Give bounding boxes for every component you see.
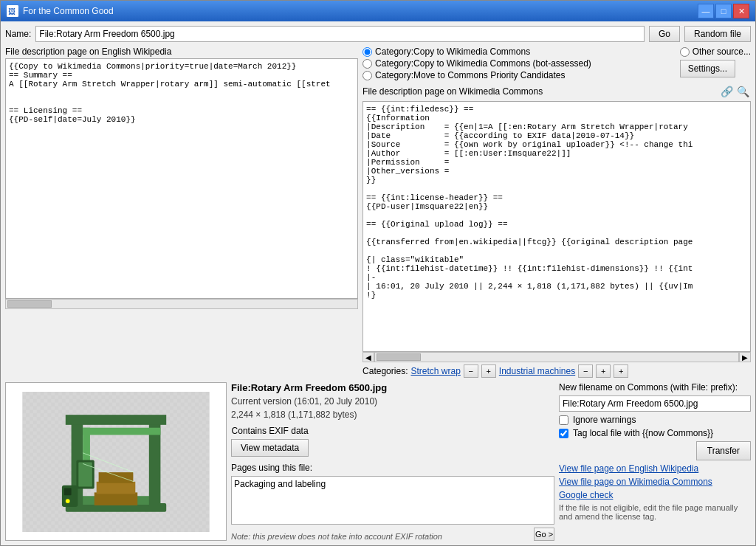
ignore-warnings-checkbox[interactable] <box>559 415 568 425</box>
main-content: Name: Go Random file File description pa… <box>1 21 755 545</box>
svg-rect-22 <box>99 472 134 483</box>
view-english-wikipedia-link[interactable]: View file page on English Wikipedia <box>559 463 751 474</box>
note-text: Note: this preview does not take into ac… <box>231 532 442 541</box>
exif-label: Contains EXIF data <box>232 426 309 436</box>
editors-row: File description page on English Wikiped… <box>5 46 751 378</box>
right-editor-header: File description page on Wikimedia Commo… <box>362 83 751 100</box>
view-metadata-button[interactable]: View metadata <box>231 439 309 457</box>
google-check-link[interactable]: Google check <box>559 490 751 500</box>
left-scrollbar[interactable] <box>5 299 358 309</box>
ignore-warnings-label: Ignore warnings <box>573 415 636 425</box>
svg-rect-20 <box>94 492 137 505</box>
radio-move-commons[interactable]: Category:Move to Commons Priority Candid… <box>362 70 673 80</box>
window-controls: — □ ✕ <box>698 4 749 18</box>
svg-rect-18 <box>64 488 72 495</box>
category-add-new[interactable]: + <box>614 364 628 378</box>
pages-list: Packaging and labeling <box>231 476 554 525</box>
svg-point-19 <box>66 499 70 503</box>
preview-area <box>5 382 227 541</box>
go-button[interactable]: Go <box>649 26 680 42</box>
transfer-button[interactable]: Transfer <box>696 441 751 460</box>
right-bottom-panel: New filename on Commons (with File: pref… <box>559 382 751 541</box>
file-dimensions: 2,244 × 1,818 (1,171,882 bytes) <box>231 410 554 420</box>
radio-copy-commons-label: Category:Copy to Wikimedia Commons <box>375 46 530 57</box>
ignore-warnings-row[interactable]: Ignore warnings <box>559 415 751 425</box>
window-title: For the Common Good <box>23 6 698 16</box>
tag-local-row[interactable]: Tag local file with {{now Commons}} <box>559 428 751 438</box>
minimize-button[interactable]: — <box>698 4 714 18</box>
new-filename-input[interactable] <box>559 395 751 412</box>
current-version: Current version (16:01, 20 July 2010) <box>231 396 554 407</box>
categories-row: Categories: Stretch wrap − + Industrial … <box>362 364 751 378</box>
radio-other-source-label: Other source... <box>693 46 751 57</box>
category-industrial-machines-minus[interactable]: − <box>578 364 593 378</box>
random-file-button[interactable]: Random file <box>684 26 751 42</box>
tag-local-checkbox[interactable] <box>559 429 568 438</box>
left-editor-pane: File description page on English Wikiped… <box>5 46 358 378</box>
category-stretch-wrap-minus[interactable]: − <box>464 364 478 378</box>
exif-section: Contains EXIF data View metadata <box>231 426 309 457</box>
category-stretch-wrap-plus[interactable]: + <box>481 364 496 378</box>
right-editor-label: File description page on Wikimedia Commo… <box>362 86 718 97</box>
category-industrial-machines-plus-1[interactable]: + <box>596 364 611 378</box>
svg-text:🖼: 🖼 <box>8 7 16 15</box>
file-title: File:Rotary Arm Freedom 6500.jpg <box>231 382 554 393</box>
categories-label: Categories: <box>362 366 408 376</box>
bottom-note-row: Note: this preview does not take into ac… <box>231 528 554 541</box>
radio-copy-commons-bot-label: Category:Copy to Wikimedia Commons (bot-… <box>375 58 591 69</box>
settings-button[interactable]: Settings... <box>680 60 735 77</box>
radio-group-left: Category:Copy to Wikimedia Commons Categ… <box>362 46 673 80</box>
file-info-area: File:Rotary Arm Freedom 6500.jpg Current… <box>231 382 554 541</box>
right-editor-pane: Category:Copy to Wikimedia Commons Categ… <box>362 46 751 378</box>
tag-local-label: Tag local file with {{now Commons}} <box>573 428 713 438</box>
new-filename-label: New filename on Commons (with File: pref… <box>559 382 751 393</box>
go-small-button[interactable]: Go > <box>534 528 554 541</box>
link-icon[interactable]: 🔗 <box>718 83 735 100</box>
titlebar: 🖼 For the Common Good — □ ✕ <box>1 1 755 21</box>
radio-copy-commons[interactable]: Category:Copy to Wikimedia Commons <box>362 46 673 57</box>
app-icon: 🖼 <box>7 5 18 17</box>
right-scrollbar[interactable] <box>374 352 739 362</box>
svg-rect-21 <box>97 481 136 494</box>
pages-list-item: Packaging and labeling <box>234 479 551 489</box>
pages-label: Pages using this file: <box>231 463 554 473</box>
name-label: Name: <box>5 29 31 39</box>
svg-rect-13 <box>83 427 160 435</box>
name-row: Name: Go Random file <box>5 26 751 42</box>
maximize-button[interactable]: □ <box>715 4 732 18</box>
bottom-note: If the file is not eligible, edit the fi… <box>559 503 751 521</box>
search-icon[interactable]: 🔍 <box>735 83 751 100</box>
exif-row: Contains EXIF data View metadata <box>231 426 554 457</box>
right-scrollbar-thumb <box>377 353 421 361</box>
svg-rect-12 <box>66 415 166 425</box>
radio-move-commons-label: Category:Move to Commons Priority Candid… <box>375 70 565 80</box>
name-input[interactable] <box>35 26 645 42</box>
main-window: 🖼 For the Common Good — □ ✕ Name: Go Ran… <box>0 0 756 546</box>
right-editor-textarea[interactable] <box>362 101 751 352</box>
category-stretch-wrap[interactable]: Stretch wrap <box>410 366 460 376</box>
left-editor-textarea[interactable] <box>5 58 358 299</box>
left-editor-label: File description page on English Wikiped… <box>5 46 358 57</box>
left-scrollbar-thumb <box>7 300 52 308</box>
category-industrial-machines[interactable]: Industrial machines <box>499 366 575 376</box>
radio-other-source[interactable]: Other source... <box>680 46 751 57</box>
scroll-right-btn[interactable]: ▶ <box>739 352 751 362</box>
bottom-section: File:Rotary Arm Freedom 6500.jpg Current… <box>5 382 751 541</box>
scroll-left-btn[interactable]: ◀ <box>362 352 374 362</box>
radio-copy-commons-bot[interactable]: Category:Copy to Wikimedia Commons (bot-… <box>362 58 673 69</box>
close-button[interactable]: ✕ <box>733 4 749 18</box>
view-commons-link[interactable]: View file page on Wikimedia Commons <box>559 477 751 487</box>
